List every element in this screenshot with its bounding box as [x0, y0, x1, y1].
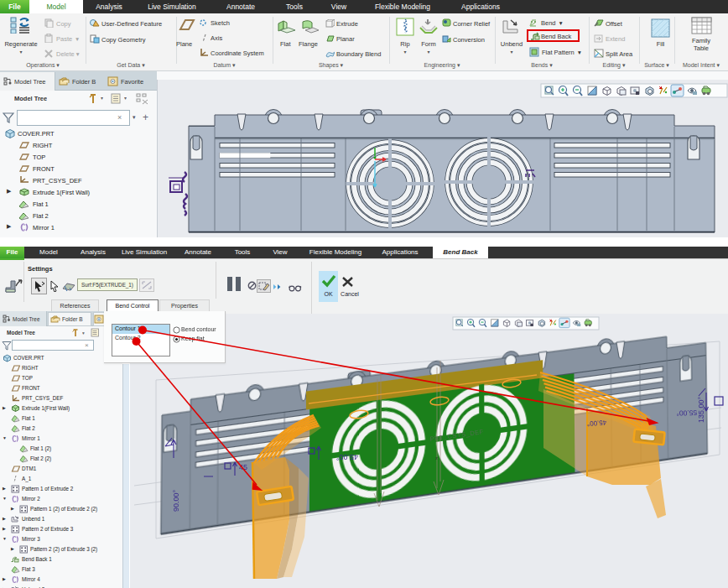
svg-text:z: z [435, 455, 438, 461]
svg-text:45.00°: 45.00° [335, 453, 358, 461]
svg-text:90.00°: 90.00° [172, 489, 180, 512]
svg-text:45.00°: 45.00° [587, 419, 607, 428]
svg-text:135.00°: 135.00° [697, 396, 705, 423]
svg-text:PRT_CSYS_DEF: PRT_CSYS_DEF [429, 428, 484, 443]
svg-text:45: 45 [239, 463, 247, 471]
svg-text:55.00°: 55.00° [676, 408, 697, 418]
